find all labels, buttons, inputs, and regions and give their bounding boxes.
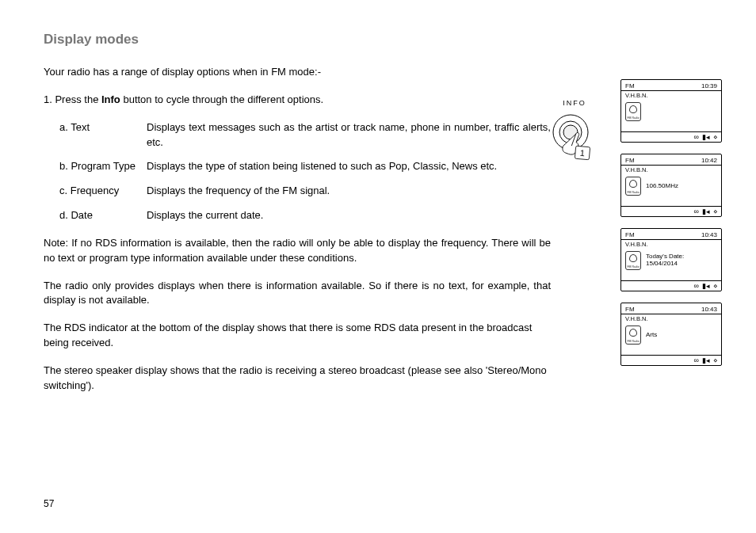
screen-time: 10:42 bbox=[701, 157, 717, 164]
instruction-prefix: 1. Press the bbox=[44, 93, 101, 105]
signal-icon: ▮◂ bbox=[702, 357, 710, 364]
screen-mode: FM bbox=[625, 82, 635, 89]
info-dial-illustration: INFO 1 bbox=[543, 99, 606, 169]
screen-content: Arts bbox=[646, 332, 657, 339]
screen-header: FM 10:43 bbox=[621, 303, 721, 314]
option-label: a. Text bbox=[44, 120, 147, 135]
option-label: b. Program Type bbox=[44, 159, 147, 174]
wifi-icon: ⋄ bbox=[713, 357, 718, 364]
signal-icon: ▮◂ bbox=[702, 208, 710, 215]
instruction-suffix: button to cycle through the different op… bbox=[120, 93, 323, 105]
screen-content: 106.50MHz bbox=[646, 183, 678, 190]
dial-icon: 1 bbox=[547, 110, 602, 166]
options-list: a. Text Displays text messages such as t… bbox=[44, 120, 551, 223]
note-paragraph: The radio only provides displays when th… bbox=[44, 279, 551, 309]
screen-footer: ∞ ▮◂ ⋄ bbox=[621, 131, 721, 142]
screen-content-line: Arts bbox=[646, 332, 657, 339]
instruction-bold: Info bbox=[101, 93, 120, 105]
option-desc: Displays the current date. bbox=[147, 208, 551, 223]
screen-footer: ∞ ▮◂ ⋄ bbox=[621, 206, 721, 216]
signal-icon: ▮◂ bbox=[702, 134, 710, 141]
screen-content: Today's Date: 15/04/2014 bbox=[646, 253, 684, 268]
option-desc: Displays the type of station being liste… bbox=[147, 159, 551, 174]
screen-middle: 106.50MHz bbox=[621, 175, 721, 197]
page-number: 57 bbox=[44, 498, 54, 509]
option-row: a. Text Displays text messages such as t… bbox=[44, 120, 551, 150]
display-screens: FM 10:39 V.H.B.N. ∞ ▮◂ ⋄ FM 10:42 V.H.B.… bbox=[620, 79, 722, 377]
rds-stereo-icon: ∞ bbox=[694, 357, 699, 364]
page-title: Display modes bbox=[44, 32, 716, 48]
screen-station: V.H.B.N. bbox=[621, 166, 721, 175]
wifi-icon: ⋄ bbox=[713, 134, 718, 141]
screen-time: 10:39 bbox=[701, 82, 717, 89]
manual-page: Display modes Your radio has a range of … bbox=[0, 0, 756, 533]
screen-footer: ∞ ▮◂ ⋄ bbox=[621, 280, 721, 291]
fm-radio-icon bbox=[625, 102, 641, 121]
fm-radio-icon bbox=[625, 251, 641, 270]
instruction-line: 1. Press the Info button to cycle throug… bbox=[44, 93, 551, 108]
screen-middle bbox=[621, 101, 721, 123]
screen-header: FM 10:43 bbox=[621, 229, 721, 240]
note-paragraph: The RDS indicator at the bottom of the d… bbox=[44, 321, 551, 351]
rds-stereo-icon: ∞ bbox=[694, 283, 699, 290]
body-text: Your radio has a range of display option… bbox=[44, 65, 551, 394]
fm-radio-icon bbox=[625, 326, 641, 345]
wifi-icon: ⋄ bbox=[713, 283, 718, 290]
signal-icon: ▮◂ bbox=[702, 283, 710, 290]
option-label: c. Frequency bbox=[44, 184, 147, 199]
display-screen: FM 10:42 V.H.B.N. 106.50MHz ∞ ▮◂ ⋄ bbox=[620, 154, 722, 217]
screen-middle: Today's Date: 15/04/2014 bbox=[621, 249, 721, 272]
screen-mode: FM bbox=[625, 306, 635, 313]
display-screen: FM 10:43 V.H.B.N. Arts ∞ ▮◂ ⋄ bbox=[620, 303, 722, 366]
screen-header: FM 10:39 bbox=[621, 80, 721, 91]
dial-step-number: 1 bbox=[579, 148, 585, 158]
wifi-icon: ⋄ bbox=[713, 208, 718, 215]
screen-content-line: 15/04/2014 bbox=[646, 261, 684, 268]
screen-mode: FM bbox=[625, 231, 635, 238]
note-paragraph: The stereo speaker display shows that th… bbox=[44, 364, 551, 394]
screen-time: 10:43 bbox=[701, 231, 717, 238]
option-label: d. Date bbox=[44, 208, 147, 223]
option-desc: Displays the frequency of the FM signal. bbox=[147, 184, 551, 199]
option-row: c. Frequency Displays the frequency of t… bbox=[44, 184, 551, 199]
option-desc: Displays text messages such as the artis… bbox=[147, 120, 551, 150]
display-screen: FM 10:43 V.H.B.N. Today's Date: 15/04/20… bbox=[620, 228, 722, 291]
screen-time: 10:43 bbox=[701, 306, 717, 313]
note-paragraph: Note: If no RDS information is available… bbox=[44, 236, 551, 266]
screen-content-line: 106.50MHz bbox=[646, 183, 678, 190]
screen-footer: ∞ ▮◂ ⋄ bbox=[621, 355, 721, 365]
screen-station: V.H.B.N. bbox=[621, 91, 721, 101]
screen-header: FM 10:42 bbox=[621, 154, 721, 166]
option-row: b. Program Type Displays the type of sta… bbox=[44, 159, 551, 174]
fm-radio-icon bbox=[625, 177, 641, 196]
rds-stereo-icon: ∞ bbox=[694, 208, 699, 215]
option-row: d. Date Displays the current date. bbox=[44, 208, 551, 223]
screen-middle: Arts bbox=[621, 324, 721, 346]
screen-mode: FM bbox=[625, 157, 635, 164]
intro-paragraph: Your radio has a range of display option… bbox=[44, 65, 551, 80]
display-screen: FM 10:39 V.H.B.N. ∞ ▮◂ ⋄ bbox=[620, 79, 722, 143]
rds-stereo-icon: ∞ bbox=[694, 134, 699, 141]
screen-station: V.H.B.N. bbox=[621, 240, 721, 249]
screen-station: V.H.B.N. bbox=[621, 314, 721, 324]
info-dial-label: INFO bbox=[543, 99, 606, 107]
